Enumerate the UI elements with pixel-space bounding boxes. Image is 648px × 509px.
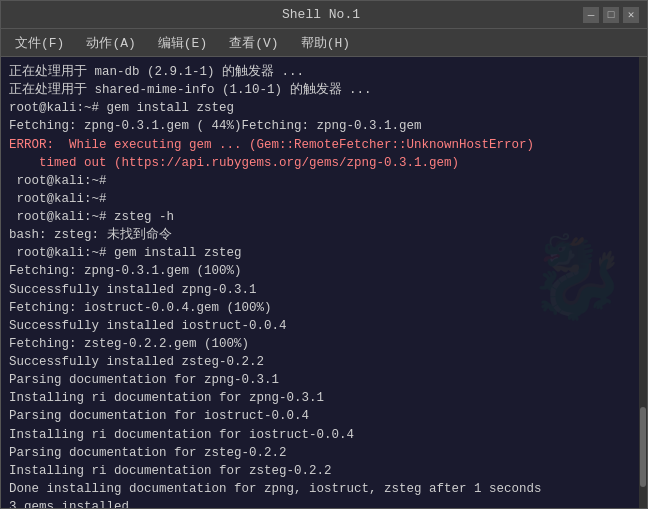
title-bar: Shell No.1 — □ ✕ <box>1 1 647 29</box>
terminal-line: Fetching: zsteg-0.2.2.gem (100%) <box>9 335 639 353</box>
maximize-button[interactable]: □ <box>603 7 619 23</box>
menu-bar: 文件(F) 动作(A) 编辑(E) 查看(V) 帮助(H) <box>1 29 647 57</box>
terminal-line: Fetching: iostruct-0.0.4.gem (100%) <box>9 299 639 317</box>
terminal-line: 正在处理用于 man-db (2.9.1-1) 的触发器 ... <box>9 63 639 81</box>
kali-watermark: 🐉 <box>527 225 627 341</box>
terminal-line: Installing ri documentation for zpng-0.3… <box>9 389 639 407</box>
menu-file[interactable]: 文件(F) <box>5 32 74 54</box>
terminal-line: 3 gems installed <box>9 498 639 508</box>
scrollbar-thumb[interactable] <box>640 407 646 487</box>
terminal-line: Successfully installed zsteg-0.2.2 <box>9 353 639 371</box>
close-button[interactable]: ✕ <box>623 7 639 23</box>
menu-view[interactable]: 查看(V) <box>219 32 288 54</box>
terminal-line: Done installing documentation for zpng, … <box>9 480 639 498</box>
menu-help[interactable]: 帮助(H) <box>291 32 360 54</box>
terminal-line: Installing ri documentation for zsteg-0.… <box>9 462 639 480</box>
terminal-line: bash: zsteg: 未找到命令 <box>9 226 639 244</box>
terminal-content: 正在处理用于 man-db (2.9.1-1) 的触发器 ...正在处理用于 s… <box>9 63 639 508</box>
menu-edit[interactable]: 编辑(E) <box>148 32 217 54</box>
terminal-line: timed out (https://api.rubygems.org/gems… <box>9 154 639 172</box>
terminal-line: Installing ri documentation for iostruct… <box>9 426 639 444</box>
scrollbar[interactable] <box>639 57 647 508</box>
terminal-line: ERROR: While executing gem ... (Gem::Rem… <box>9 136 639 154</box>
terminal-line: root@kali:~# zsteg -h <box>9 208 639 226</box>
terminal-line: root@kali:~# <box>9 190 639 208</box>
terminal-line: 正在处理用于 shared-mime-info (1.10-1) 的触发器 ..… <box>9 81 639 99</box>
window: Shell No.1 — □ ✕ 文件(F) 动作(A) 编辑(E) 查看(V)… <box>0 0 648 509</box>
terminal-line: root@kali:~# gem install zsteg <box>9 244 639 262</box>
terminal-line: Parsing documentation for zpng-0.3.1 <box>9 371 639 389</box>
terminal-line: root@kali:~# <box>9 172 639 190</box>
minimize-button[interactable]: — <box>583 7 599 23</box>
terminal-line: Parsing documentation for iostruct-0.0.4 <box>9 407 639 425</box>
window-controls[interactable]: — □ ✕ <box>583 7 639 23</box>
terminal-line: Successfully installed iostruct-0.0.4 <box>9 317 639 335</box>
terminal-line: Successfully installed zpng-0.3.1 <box>9 281 639 299</box>
menu-action[interactable]: 动作(A) <box>76 32 145 54</box>
window-title: Shell No.1 <box>59 7 583 22</box>
terminal-line: Parsing documentation for zsteg-0.2.2 <box>9 444 639 462</box>
terminal-line: Fetching: zpng-0.3.1.gem (100%) <box>9 262 639 280</box>
terminal-line: root@kali:~# gem install zsteg <box>9 99 639 117</box>
terminal-line: Fetching: zpng-0.3.1.gem ( 44%)Fetching:… <box>9 117 639 135</box>
terminal-body[interactable]: 🐉 正在处理用于 man-db (2.9.1-1) 的触发器 ...正在处理用于… <box>1 57 647 508</box>
